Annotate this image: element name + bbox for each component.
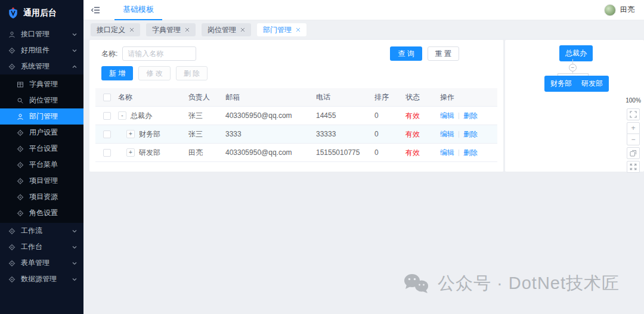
sidebar-item-datasource-mgmt[interactable]: 数据源管理 — [0, 271, 83, 287]
top-header: 基础模板 田亮 — [83, 0, 644, 20]
close-icon[interactable] — [296, 27, 301, 32]
close-icon[interactable] — [185, 27, 190, 32]
page-tab-bar: 接口定义 字典管理 岗位管理 部门管理 — [83, 21, 644, 39]
tab-dept-mgmt[interactable]: 部门管理 — [257, 23, 306, 36]
add-button[interactable]: 新 增 — [101, 66, 133, 80]
tab-post-mgmt[interactable]: 岗位管理 — [202, 23, 251, 36]
dept-email: 403305950@qq.com — [225, 148, 316, 157]
nav-tab-base-template[interactable]: 基础模板 — [114, 0, 162, 20]
delete-link[interactable]: 删除 — [463, 129, 478, 139]
dept-phone: 33333 — [316, 130, 374, 138]
gear-icon — [8, 260, 16, 267]
user-menu[interactable]: 田亮 — [604, 4, 634, 16]
col-header-email: 邮箱 — [225, 92, 316, 102]
menu-fold-icon[interactable] — [91, 6, 100, 14]
table-row: - 总裁办 张三 403305950@qq.com 14455 0 有效 编辑 … — [95, 107, 497, 125]
sidebar-item-workflow[interactable]: 工作流 — [0, 223, 83, 239]
sidebar-item-label: 工作台 — [21, 242, 72, 252]
collapse-toggle-icon[interactable]: − — [569, 64, 577, 71]
sidebar-item-system-mgmt[interactable]: 系统管理 — [0, 58, 83, 74]
avatar — [604, 4, 616, 16]
dept-phone: 14455 — [316, 111, 374, 120]
expand-node-icon[interactable]: + — [126, 148, 135, 157]
collapse-node-icon[interactable]: - — [118, 111, 126, 120]
sidebar-item-dept-mgmt[interactable]: 部门管理 — [0, 108, 83, 125]
minimap-icon[interactable] — [627, 147, 640, 159]
select-all-checkbox[interactable] — [103, 94, 111, 101]
fit-view-icon[interactable] — [627, 108, 640, 120]
status-badge: 有效 — [405, 148, 440, 158]
sidebar-item-interface-mgmt[interactable]: 接口管理 — [0, 26, 83, 42]
status-badge: 有效 — [405, 111, 440, 121]
edit-link[interactable]: 编辑 — [440, 111, 454, 121]
sidebar-item-components[interactable]: 好用组件 — [0, 42, 83, 58]
dept-owner: 张三 — [188, 111, 225, 121]
row-checkbox[interactable] — [103, 112, 111, 120]
sidebar: 通用后台 接口管理 好用组件 系统管理 字典管理 岗位管理 — [0, 0, 83, 314]
edit-button[interactable]: 修 改 — [138, 66, 170, 80]
search-icon — [17, 97, 24, 104]
sidebar-item-project-mgmt[interactable]: 项目管理 — [0, 173, 83, 189]
org-node-child[interactable]: 财务部 — [544, 76, 578, 92]
delete-link[interactable]: 删除 — [463, 111, 478, 121]
sidebar-item-dict-mgmt[interactable]: 字典管理 — [0, 76, 83, 92]
sidebar-item-user-settings[interactable]: 用户设置 — [0, 125, 83, 141]
expand-node-icon[interactable]: + — [126, 130, 135, 138]
zoom-percent: 100% — [626, 97, 641, 104]
zoom-in-button[interactable]: + — [627, 122, 640, 134]
sidebar-item-workbench[interactable]: 工作台 — [0, 239, 83, 255]
gear-icon — [17, 210, 24, 217]
row-checkbox[interactable] — [103, 130, 111, 138]
org-node-root[interactable]: 总裁办 — [559, 45, 593, 61]
sidebar-item-label: 平台设置 — [29, 144, 78, 154]
col-header-owner: 负责人 — [188, 92, 225, 102]
chevron-down-icon — [72, 276, 78, 282]
col-header-name: 名称 — [118, 92, 188, 102]
delete-link[interactable]: 删除 — [463, 148, 478, 158]
edit-link[interactable]: 编辑 — [440, 148, 454, 158]
gear-icon — [17, 161, 24, 169]
col-header-phone: 电话 — [316, 92, 374, 102]
sidebar-item-form-mgmt[interactable]: 表单管理 — [0, 255, 83, 271]
search-button[interactable]: 查 询 — [390, 46, 422, 61]
chevron-down-icon — [72, 260, 78, 266]
row-checkbox[interactable] — [103, 149, 111, 157]
org-node-child[interactable]: 研发部 — [575, 76, 609, 92]
app-logo: 通用后台 — [0, 0, 83, 26]
sidebar-item-label: 工作流 — [21, 226, 72, 236]
sidebar-item-project-resources[interactable]: 项目资源 — [0, 189, 83, 205]
close-icon[interactable] — [240, 27, 245, 32]
sidebar-item-platform-settings[interactable]: 平台设置 — [0, 141, 83, 157]
tab-label: 部门管理 — [263, 25, 292, 35]
sidebar-item-post-mgmt[interactable]: 岗位管理 — [0, 92, 83, 108]
sidebar-item-label: 好用组件 — [21, 45, 72, 55]
gear-icon — [17, 145, 24, 153]
sidebar-item-label: 岗位管理 — [29, 95, 78, 105]
delete-button[interactable]: 删 除 — [176, 66, 208, 80]
close-icon[interactable] — [129, 27, 134, 32]
shield-logo-icon — [8, 7, 18, 19]
fullscreen-icon[interactable] — [627, 161, 640, 173]
app-title: 通用后台 — [23, 8, 57, 18]
reset-button[interactable]: 重 置 — [428, 46, 459, 61]
zoom-out-button[interactable]: − — [627, 133, 640, 145]
gear-icon — [8, 228, 16, 235]
department-panel: 名称: 查 询 重 置 新 增 修 改 删 除 名称 负责人 邮箱 电话 排序 … — [89, 40, 504, 172]
dept-sort: 0 — [374, 130, 405, 138]
sidebar-item-role-settings[interactable]: 角色设置 — [0, 205, 83, 221]
divider — [459, 131, 459, 138]
watermark-text: 公众号 · DotNet技术匠 — [438, 272, 620, 296]
gear-icon — [17, 194, 24, 201]
edit-link[interactable]: 编辑 — [440, 129, 454, 139]
sidebar-item-platform-menu[interactable]: 平台菜单 — [0, 157, 83, 173]
grid-icon — [17, 81, 24, 88]
tab-interface-definition[interactable]: 接口定义 — [91, 23, 140, 36]
person-icon — [8, 31, 16, 38]
tab-dict-mgmt[interactable]: 字典管理 — [146, 23, 196, 36]
dept-name: 总裁办 — [131, 111, 152, 121]
connector-line — [572, 59, 573, 64]
name-search-input[interactable] — [122, 46, 196, 61]
dept-name: 财务部 — [139, 129, 160, 139]
gear-icon — [8, 47, 16, 54]
status-badge: 有效 — [405, 129, 440, 139]
